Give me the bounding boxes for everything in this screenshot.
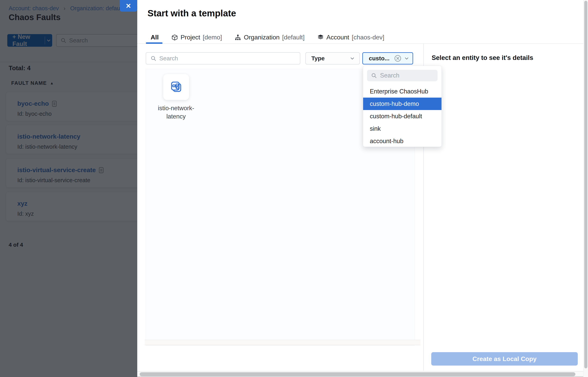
chaoshub-filter-value: custo...: [369, 55, 394, 62]
type-filter-dropdown[interactable]: Type: [305, 52, 360, 64]
vertical-scrollbar-thumb[interactable]: [584, 1, 588, 368]
details-empty-message: Select an entity to see it's details: [432, 54, 533, 61]
template-card-label[interactable]: istio-network-latency: [150, 104, 202, 121]
active-tab-indicator: [146, 42, 162, 44]
horizontal-scrollbar-thumb[interactable]: [140, 372, 575, 376]
chaoshub-dropdown-menu: Search Enterprise ChaosHub custom-hub-de…: [363, 66, 442, 147]
search-icon: [150, 55, 156, 61]
screen: Account: chaos-dev › Organization: defau…: [0, 0, 588, 377]
details-panel: Select an entity to see it's details Cre…: [423, 44, 583, 371]
tab-all[interactable]: All: [151, 34, 159, 41]
menu-item-sink[interactable]: sink: [363, 122, 442, 135]
org-chart-icon: [234, 34, 241, 41]
tab-account[interactable]: Account [chaos-dev]: [317, 34, 384, 41]
tab-organization[interactable]: Organization [default]: [234, 34, 304, 41]
cube-icon: [171, 34, 178, 41]
menu-item-account-hub[interactable]: account-hub: [363, 135, 442, 147]
template-search-input[interactable]: Search: [146, 52, 300, 64]
close-button[interactable]: ✕: [120, 0, 137, 12]
search-placeholder: Search: [159, 55, 178, 62]
drawer-header: Start with a template All Project [demo]: [137, 0, 583, 44]
drawer-title: Start with a template: [147, 8, 236, 19]
menu-item-enterprise-chaoshub[interactable]: Enterprise ChaosHub: [363, 85, 442, 98]
tab-project[interactable]: Project [demo]: [171, 34, 222, 41]
clear-filter-icon[interactable]: [394, 54, 402, 62]
chevron-down-icon: [350, 56, 355, 61]
dropdown-search-input[interactable]: Search: [367, 70, 438, 81]
dropdown-options: Enterprise ChaosHub custom-hub-demo cust…: [363, 85, 442, 147]
type-filter-label: Type: [311, 55, 325, 62]
tab-badge: [demo]: [203, 34, 222, 41]
chevron-down-icon[interactable]: [404, 56, 409, 61]
close-icon: ✕: [126, 2, 131, 10]
search-icon: [371, 72, 377, 79]
chaoshub-filter-dropdown[interactable]: custo...: [362, 52, 413, 64]
menu-item-custom-hub-demo[interactable]: custom-hub-demo: [363, 98, 442, 110]
start-with-template-drawer: Start with a template All Project [demo]: [137, 0, 583, 377]
template-card-istio-network-latency[interactable]: [163, 74, 189, 100]
search-placeholder: Search: [380, 72, 399, 79]
create-as-local-copy-button[interactable]: Create as Local Copy: [431, 352, 578, 365]
tab-label: Account: [326, 34, 349, 41]
tab-badge: [default]: [282, 34, 305, 41]
vertical-scrollbar[interactable]: [583, 0, 588, 377]
template-document-icon: [170, 81, 183, 94]
layers-icon: [317, 34, 324, 41]
menu-item-custom-hub-default[interactable]: custom-hub-default: [363, 110, 442, 122]
tab-badge: [chaos-dev]: [352, 34, 384, 41]
scope-tabs: All Project [demo] Organization [default…: [151, 34, 384, 41]
tab-label: Organization: [244, 34, 279, 41]
tab-label: Project: [181, 34, 200, 41]
tab-label: All: [151, 34, 159, 41]
horizontal-scrollbar[interactable]: [137, 371, 583, 377]
grid-footer-strip: [145, 340, 421, 345]
